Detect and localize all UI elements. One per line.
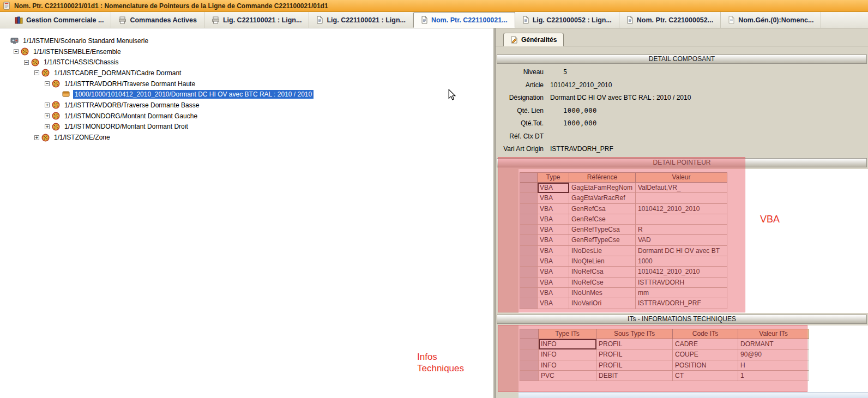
- row-header[interactable]: [520, 235, 538, 245]
- expand-icon[interactable]: +: [34, 135, 39, 140]
- tree-item[interactable]: −1/1/ISTENSEMBLE/Ensemble: [3, 46, 493, 57]
- row-header[interactable]: [520, 204, 538, 214]
- collapse-icon[interactable]: −: [24, 60, 29, 65]
- column-header-type[interactable]: Type: [538, 173, 569, 183]
- tree-item[interactable]: −1/1/ISTTRAVDORH/Traverse Dormant Haute: [3, 79, 493, 89]
- grid-cell[interactable]: 1000: [636, 256, 727, 267]
- grid-cell[interactable]: 1010412_2010_2010: [636, 204, 727, 214]
- column-header-sous-type-its[interactable]: Sous Type ITs: [596, 329, 673, 339]
- tree-item[interactable]: −1/1/ISTCADRE_DORMANT/Cadre Dormant: [3, 68, 493, 79]
- row-header[interactable]: [520, 360, 539, 371]
- grid-cell[interactable]: GagEtaFamRegNom: [569, 183, 636, 193]
- row-header[interactable]: [520, 225, 538, 235]
- row-header[interactable]: [520, 349, 539, 360]
- grid-cell[interactable]: INoVariOri: [569, 298, 636, 309]
- grid-cell[interactable]: GagEtaVarRacRef: [569, 193, 636, 203]
- expand-icon[interactable]: +: [45, 102, 50, 107]
- grid-cell[interactable]: GenRefCsa: [569, 204, 636, 214]
- grid-cell[interactable]: INoQteLien: [569, 256, 636, 267]
- grid-cell[interactable]: INoDesLie: [569, 246, 636, 256]
- tab-lig-c221100021-lign[interactable]: Lig. C221100021 : Lign...: [309, 12, 413, 28]
- horizontal-scrollbar[interactable]: [519, 392, 868, 398]
- collapse-icon[interactable]: −: [34, 70, 39, 75]
- row-header[interactable]: [520, 288, 538, 298]
- grid-cell[interactable]: [636, 193, 727, 203]
- grid-cell[interactable]: VBA: [538, 193, 569, 203]
- tab-nom-ptr-c221100021[interactable]: Nom. Ptr. C221100021...: [413, 12, 515, 28]
- grid-cell[interactable]: Dormant DC HI OV avec BT: [636, 246, 727, 256]
- tab-nom-g-n-0-nomenc[interactable]: Nom.Gén.(0):Nomenc...: [721, 12, 821, 28]
- row-header[interactable]: [520, 339, 539, 349]
- expand-icon[interactable]: +: [45, 124, 50, 129]
- row-header[interactable]: [520, 256, 538, 267]
- tab-gestion-commerciale[interactable]: Gestion Commerciale ...: [8, 12, 111, 28]
- column-header-valeur[interactable]: Valeur: [636, 173, 727, 183]
- grid-cell[interactable]: COUPE: [673, 349, 738, 360]
- collapse-icon[interactable]: −: [45, 81, 50, 86]
- grid-cell[interactable]: ISTTRAVDORH: [636, 278, 727, 288]
- tree-item[interactable]: +1/1/ISTTRAVDORB/Traverse Dormante Basse: [3, 100, 493, 111]
- tab-generalites[interactable]: Généralités: [503, 33, 564, 46]
- grid-cell[interactable]: DEBIT: [596, 371, 673, 381]
- grid-cell[interactable]: PVC: [539, 371, 596, 381]
- grid-cell[interactable]: VBA: [538, 183, 569, 193]
- tree-item[interactable]: +1/1/ISTMONDORG/Montant Dormant Gauche: [3, 111, 493, 122]
- grid-cell[interactable]: INoRefCse: [569, 278, 636, 288]
- grid-cell[interactable]: mm: [636, 288, 727, 298]
- grid-cell[interactable]: VBA: [538, 204, 569, 214]
- grid-cell[interactable]: CT: [673, 371, 738, 381]
- grid-cell[interactable]: VBA: [538, 246, 569, 256]
- grid-cell[interactable]: VBA: [538, 256, 569, 267]
- grid-cell[interactable]: CADRE: [673, 339, 738, 349]
- grid-cell[interactable]: GenRefTypeCse: [569, 235, 636, 245]
- tab-nom-ptr-c221000052[interactable]: Nom. Ptr. C221000052...: [619, 12, 721, 28]
- grid-cell[interactable]: GenRefTypeCsa: [569, 225, 636, 235]
- grid-cell[interactable]: ValDefaut,VR_: [636, 183, 727, 193]
- grid-cell[interactable]: 90@90: [738, 349, 809, 360]
- grid-cell[interactable]: VAD: [636, 235, 727, 245]
- grid-cell[interactable]: VBA: [538, 288, 569, 298]
- grid-cell[interactable]: INFO: [539, 339, 596, 349]
- tree-item[interactable]: +1/1/ISTZONE/Zone: [3, 132, 493, 143]
- grid-cell[interactable]: VBA: [538, 235, 569, 245]
- grid-cell[interactable]: VBA: [538, 298, 569, 309]
- grid-cell[interactable]: PROFIL: [596, 360, 673, 371]
- grid-cell[interactable]: VBA: [538, 267, 569, 277]
- grid-cell[interactable]: 1: [738, 371, 809, 381]
- grid-cell[interactable]: POSITION: [673, 360, 738, 371]
- grid-cell[interactable]: H: [738, 360, 809, 371]
- row-header[interactable]: [520, 278, 538, 288]
- row-header[interactable]: [520, 298, 538, 309]
- tree-item[interactable]: −1/1/ISTCHASSIS/Chassis: [3, 57, 493, 68]
- row-header[interactable]: [520, 371, 539, 381]
- grid-cell[interactable]: INoUnMes: [569, 288, 636, 298]
- column-header-r-f-rence[interactable]: Référence: [569, 173, 636, 183]
- grid-cell[interactable]: PROFIL: [596, 339, 673, 349]
- grid-cell[interactable]: INoRefCsa: [569, 267, 636, 277]
- row-header[interactable]: [520, 183, 538, 193]
- column-header-valeur-its[interactable]: Valeur ITs: [738, 329, 809, 339]
- grid-cell[interactable]: PROFIL: [596, 349, 673, 360]
- grid-cell[interactable]: GenRefCse: [569, 214, 636, 225]
- tab-lig-c221100021-lign[interactable]: Lig. C221100021 : Lign...: [204, 12, 310, 28]
- grid-cell[interactable]: ISTTRAVDORH_PRF: [636, 298, 727, 309]
- tree-item[interactable]: +1/1/ISTMONDORD/Montant Dormant Droit: [3, 122, 493, 132]
- expand-icon[interactable]: +: [45, 113, 50, 118]
- row-header[interactable]: [520, 214, 538, 225]
- grid-cell[interactable]: VBA: [538, 225, 569, 235]
- row-header[interactable]: [520, 267, 538, 277]
- tree-item[interactable]: 1000/1000/1010412_2010_2010/Dormant DC H…: [3, 89, 493, 100]
- row-header[interactable]: [520, 246, 538, 256]
- collapse-icon[interactable]: −: [14, 49, 19, 54]
- grid-cell[interactable]: VBA: [538, 214, 569, 225]
- tree-item[interactable]: 1/1/ISTMEN/Scénario Standard Menuiserie: [3, 35, 493, 46]
- grid-cell[interactable]: INFO: [539, 349, 596, 360]
- column-header-type-its[interactable]: Type ITs: [539, 329, 596, 339]
- grid-cell[interactable]: DORMANT: [738, 339, 809, 349]
- grid-cell[interactable]: R: [636, 225, 727, 235]
- row-header[interactable]: [520, 193, 538, 203]
- grid-cell[interactable]: INFO: [539, 360, 596, 371]
- column-header-code-its[interactable]: Code ITs: [673, 329, 738, 339]
- grid-cell[interactable]: 1010412_2010_2010: [636, 267, 727, 277]
- tab-lig-c221000052-lign[interactable]: Lig. C221000052 : Lign...: [515, 12, 619, 28]
